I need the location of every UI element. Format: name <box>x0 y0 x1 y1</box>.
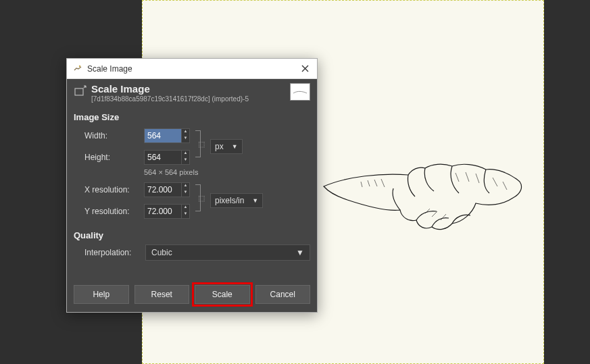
scale-image-dialog: Scale Image Scale Image [7d1f834b88ca598… <box>66 58 318 313</box>
chain-icon: ⬚ <box>198 194 205 203</box>
scale-button[interactable]: Scale <box>195 285 250 304</box>
titlebar-title: Scale Image <box>87 64 298 74</box>
dimensions-text: 564 × 564 pixels <box>144 168 310 176</box>
interpolation-value: Cubic <box>151 248 172 257</box>
height-up[interactable]: ▲ <box>181 151 189 157</box>
xres-up[interactable]: ▲ <box>181 183 189 190</box>
xres-input[interactable] <box>145 183 181 197</box>
svg-point-0 <box>79 65 80 66</box>
res-unit-value: pixels/in <box>215 196 244 205</box>
preview-thumbnail <box>290 83 310 101</box>
button-row: Help Reset Scale Cancel <box>74 285 310 304</box>
dialog-subtitle: [7d1f834b88ca5987c19c3141617f28dc] (impo… <box>91 95 286 103</box>
dialog-header: Scale Image [7d1f834b88ca5987c19c3141617… <box>74 83 310 103</box>
height-label: Height: <box>84 153 140 162</box>
quality-heading: Quality <box>74 230 310 240</box>
height-down[interactable]: ▼ <box>181 157 189 164</box>
width-down[interactable]: ▼ <box>181 136 189 142</box>
titlebar[interactable]: Scale Image <box>67 59 317 79</box>
interpolation-select[interactable]: Cubic ▼ <box>145 244 310 261</box>
res-chain-link[interactable]: ⬚ <box>194 180 206 215</box>
chain-icon: ⬚ <box>198 140 205 149</box>
width-up[interactable]: ▲ <box>181 129 189 136</box>
yres-down[interactable]: ▼ <box>181 211 189 218</box>
scale-icon <box>74 84 87 98</box>
chevron-down-icon: ▼ <box>252 197 258 204</box>
size-unit-value: px <box>215 142 224 151</box>
help-button[interactable]: Help <box>74 285 129 304</box>
xres-spinner[interactable]: ▲ ▼ <box>144 182 190 197</box>
chevron-down-icon: ▼ <box>296 248 304 257</box>
yres-up[interactable]: ▲ <box>181 205 189 211</box>
height-input[interactable] <box>145 151 181 164</box>
yres-input[interactable] <box>145 205 181 218</box>
chevron-down-icon: ▼ <box>232 143 238 150</box>
cancel-button[interactable]: Cancel <box>255 285 311 304</box>
yres-spinner[interactable]: ▲ ▼ <box>144 204 190 219</box>
svg-rect-1 <box>75 88 83 95</box>
width-spinner[interactable]: ▲ ▼ <box>144 128 190 143</box>
close-icon <box>301 65 309 72</box>
size-chain-link[interactable]: ⬚ <box>194 126 206 161</box>
height-spinner[interactable]: ▲ ▼ <box>144 150 190 165</box>
yres-label: Y resolution: <box>84 207 140 216</box>
hand-illustration <box>320 149 530 237</box>
xres-label: X resolution: <box>84 185 140 194</box>
dialog-title: Scale Image <box>91 83 286 95</box>
image-size-heading: Image Size <box>74 112 310 122</box>
res-unit-select[interactable]: pixels/in ▼ <box>210 193 263 208</box>
app-icon <box>72 63 83 74</box>
size-unit-select[interactable]: px ▼ <box>210 139 243 154</box>
close-button[interactable] <box>298 62 312 76</box>
interpolation-label: Interpolation: <box>84 248 140 257</box>
dialog-body: Scale Image [7d1f834b88ca5987c19c3141617… <box>67 79 317 312</box>
xres-down[interactable]: ▼ <box>181 190 189 197</box>
reset-button[interactable]: Reset <box>134 285 190 304</box>
width-label: Width: <box>84 131 140 140</box>
width-input[interactable] <box>145 129 181 142</box>
